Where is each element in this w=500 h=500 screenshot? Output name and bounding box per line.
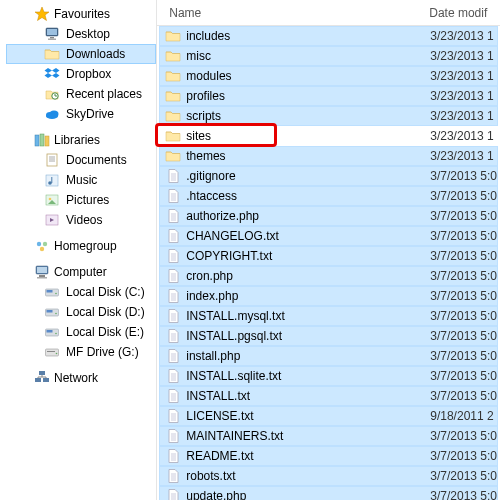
file-icon (160, 408, 186, 424)
svg-rect-2 (47, 29, 57, 35)
file-name: INSTALL.mysql.txt (186, 309, 430, 323)
file-row[interactable]: .htaccess3/7/2013 5:0 (159, 186, 498, 206)
computer-label: Computer (54, 265, 107, 279)
file-row[interactable]: authorize.php3/7/2013 5:0 (159, 206, 498, 226)
svg-rect-4 (48, 39, 56, 41)
file-date: 3/7/2013 5:0 (430, 389, 497, 403)
piclib-icon (44, 192, 60, 208)
file-icon (160, 348, 186, 364)
nav-item-label: Local Disk (C:) (66, 285, 145, 299)
nav-item-label: Downloads (66, 47, 125, 61)
favourites-item[interactable]: Downloads (6, 44, 156, 64)
file-name: robots.txt (186, 469, 430, 483)
file-name: MAINTAINERS.txt (186, 429, 430, 443)
svg-rect-41 (47, 310, 53, 313)
file-icon (160, 208, 186, 224)
disk-icon (44, 324, 60, 340)
file-date: 3/7/2013 5:0 (430, 329, 497, 343)
file-date: 3/23/2013 1 (430, 149, 497, 163)
favourites-header[interactable]: Favourites (6, 4, 156, 24)
computer-header[interactable]: Computer (6, 262, 156, 282)
file-row[interactable]: README.txt3/7/2013 5:0 (159, 446, 498, 466)
file-name: authorize.php (186, 209, 430, 223)
disk-icon (44, 284, 60, 300)
file-row[interactable]: INSTALL.pgsql.txt3/7/2013 5:0 (159, 326, 498, 346)
file-row[interactable]: update.php3/7/2013 5:0 (159, 486, 498, 500)
file-pane: Name Date modif includes3/23/2013 1misc3… (156, 0, 500, 500)
folder-icon (160, 108, 186, 124)
file-icon (160, 168, 186, 184)
folder-row[interactable]: misc3/23/2013 1 (159, 46, 498, 66)
folder-icon (160, 148, 186, 164)
libraries-item[interactable]: Pictures (6, 190, 156, 210)
libraries-item[interactable]: Music (6, 170, 156, 190)
computer-item[interactable]: Local Disk (E:) (6, 322, 156, 342)
file-date: 3/7/2013 5:0 (430, 249, 497, 263)
file-row[interactable]: robots.txt3/7/2013 5:0 (159, 466, 498, 486)
folder-icon (160, 88, 186, 104)
network-header[interactable]: Network (6, 368, 156, 388)
column-name[interactable]: Name (157, 6, 429, 20)
nav-item-label: Desktop (66, 27, 110, 41)
file-date: 3/7/2013 5:0 (430, 189, 497, 203)
folder-row[interactable]: scripts3/23/2013 1 (159, 106, 498, 126)
svg-rect-36 (37, 277, 47, 279)
folder-row[interactable]: includes3/23/2013 1 (159, 26, 498, 46)
computer-item[interactable]: MF Drive (G:) (6, 342, 156, 362)
libraries-item[interactable]: Documents (6, 150, 156, 170)
skydrive-icon (44, 106, 60, 122)
favourites-item[interactable]: Desktop (6, 24, 156, 44)
file-row[interactable]: INSTALL.txt3/7/2013 5:0 (159, 386, 498, 406)
svg-marker-6 (52, 68, 60, 73)
file-row[interactable]: INSTALL.mysql.txt3/7/2013 5:0 (159, 306, 498, 326)
svg-marker-8 (52, 73, 60, 78)
folder-icon (160, 28, 186, 44)
network-label: Network (54, 371, 98, 385)
libraries-header[interactable]: Libraries (6, 130, 156, 150)
file-row[interactable]: cron.php3/7/2013 5:0 (159, 266, 498, 286)
file-date: 3/23/2013 1 (430, 89, 497, 103)
file-row[interactable]: .gitignore3/7/2013 5:0 (159, 166, 498, 186)
favourites-item[interactable]: Dropbox (6, 64, 156, 84)
svg-point-42 (55, 313, 57, 315)
folder-row[interactable]: sites3/23/2013 1 (159, 126, 498, 146)
folder-row[interactable]: profiles3/23/2013 1 (159, 86, 498, 106)
file-row[interactable]: LICENSE.txt9/18/2011 2 (159, 406, 498, 426)
column-date[interactable]: Date modif (429, 6, 500, 20)
svg-rect-46 (46, 349, 59, 356)
svg-rect-34 (37, 267, 47, 273)
computer-item[interactable]: Local Disk (D:) (6, 302, 156, 322)
svg-rect-15 (35, 135, 39, 146)
svg-point-39 (55, 293, 57, 295)
file-name: update.php (186, 489, 430, 500)
file-date: 3/7/2013 5:0 (430, 489, 497, 500)
file-date: 3/23/2013 1 (430, 129, 497, 143)
file-name: README.txt (186, 449, 430, 463)
file-row[interactable]: COPYRIGHT.txt3/7/2013 5:0 (159, 246, 498, 266)
svg-point-30 (37, 242, 41, 246)
file-row[interactable]: index.php3/7/2013 5:0 (159, 286, 498, 306)
file-date: 3/7/2013 5:0 (430, 289, 497, 303)
file-row[interactable]: INSTALL.sqlite.txt3/7/2013 5:0 (159, 366, 498, 386)
file-row[interactable]: CHANGELOG.txt3/7/2013 5:0 (159, 226, 498, 246)
nav-item-label: Recent places (66, 87, 142, 101)
nav-item-label: Pictures (66, 193, 109, 207)
homegroup-header[interactable]: Homegroup (6, 236, 156, 256)
nav-item-label: Videos (66, 213, 102, 227)
computer-icon (34, 264, 50, 280)
file-name: INSTALL.txt (186, 389, 430, 403)
favourites-item[interactable]: Recent places (6, 84, 156, 104)
svg-rect-18 (47, 154, 57, 166)
file-list[interactable]: includes3/23/2013 1misc3/23/2013 1module… (157, 26, 500, 500)
file-row[interactable]: install.php3/7/2013 5:0 (159, 346, 498, 366)
libraries-item[interactable]: Videos (6, 210, 156, 230)
folder-row[interactable]: themes3/23/2013 1 (159, 146, 498, 166)
folder-row[interactable]: modules3/23/2013 1 (159, 66, 498, 86)
favourites-item[interactable]: SkyDrive (6, 104, 156, 124)
folder-icon (160, 68, 186, 84)
svg-rect-47 (47, 351, 55, 352)
svg-point-14 (46, 113, 58, 119)
file-row[interactable]: MAINTAINERS.txt3/7/2013 5:0 (159, 426, 498, 446)
computer-item[interactable]: Local Disk (C:) (6, 282, 156, 302)
file-name: profiles (186, 89, 430, 103)
